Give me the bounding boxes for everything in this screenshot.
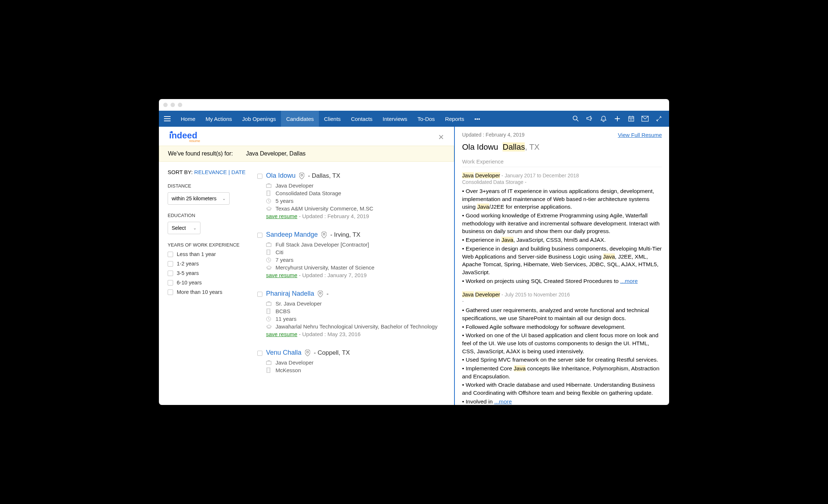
- svg-point-7: [301, 174, 303, 176]
- checkbox[interactable]: [168, 271, 173, 276]
- job-block: Java Developer - January 2017 to Decembe…: [462, 172, 662, 285]
- result-item[interactable]: Ola Idowu - Dallas, TXJava DeveloperCons…: [257, 168, 450, 227]
- result-item[interactable]: Phaniraj Nadella -Sr. Java DeveloperBCBS…: [257, 286, 450, 345]
- graduation-icon: [266, 206, 272, 211]
- result-checkbox[interactable]: [257, 174, 262, 179]
- more-link[interactable]: ...more: [494, 398, 512, 405]
- svg-point-11: [323, 233, 325, 235]
- save-resume-link[interactable]: save resume: [266, 272, 297, 278]
- nav-clients[interactable]: Clients: [319, 111, 346, 127]
- svg-point-5: [171, 131, 173, 133]
- education-value: Select: [172, 225, 186, 231]
- result-item[interactable]: Sandeep Mandge - Irving, TXFull Stack Ja…: [257, 227, 450, 286]
- nav-my-actions[interactable]: My Actions: [200, 111, 237, 127]
- result-updated: - Updated : May 23, 2016: [297, 331, 360, 337]
- view-full-resume[interactable]: View Full Resume: [618, 132, 662, 138]
- building-icon: [266, 249, 272, 255]
- results-list: Ola Idowu - Dallas, TXJava DeveloperCons…: [257, 165, 454, 405]
- save-resume-link[interactable]: save resume: [266, 331, 297, 337]
- experience-option[interactable]: Less than 1 year: [168, 251, 249, 257]
- mail-icon[interactable]: [641, 115, 649, 122]
- briefcase-icon: [266, 360, 272, 365]
- distance-value: within 25 kilometers: [172, 196, 216, 201]
- result-title: Full Stack Java Developer [Contractor]: [276, 241, 369, 248]
- indeed-logo: indeed resume: [169, 130, 206, 143]
- job-company: Consolidated Data Storage -: [462, 179, 662, 185]
- graduation-icon: [266, 265, 272, 270]
- sort-label: SORT BY:: [168, 169, 193, 175]
- result-checkbox[interactable]: [257, 233, 262, 238]
- result-name[interactable]: Ola Idowu: [266, 172, 296, 180]
- education-select[interactable]: Select ⌄: [168, 222, 200, 234]
- building-icon: [266, 367, 272, 373]
- experience-option[interactable]: More than 10 years: [168, 289, 249, 295]
- sort-relevance[interactable]: RELEVANCE: [194, 169, 227, 175]
- bullet: • Experience in design and building busi…: [462, 245, 662, 276]
- svg-text:resume: resume: [189, 139, 200, 143]
- window-dot[interactable]: [163, 103, 168, 107]
- nav-home[interactable]: Home: [176, 111, 200, 127]
- window-dot[interactable]: [171, 103, 175, 107]
- window-dot[interactable]: [178, 103, 182, 107]
- result-title: Java Developer: [276, 182, 313, 189]
- svg-rect-20: [266, 361, 271, 365]
- plus-icon[interactable]: [614, 115, 621, 122]
- nav-contacts[interactable]: Contacts: [346, 111, 378, 127]
- result-name[interactable]: Phaniraj Nadella: [266, 290, 314, 298]
- result-company: Consolidated Data Storage: [276, 190, 341, 196]
- experience-label: YEARS OF WORK EXPERIENCE: [168, 242, 249, 248]
- result-name[interactable]: Sandeep Mandge: [266, 231, 318, 239]
- nav-reports[interactable]: Reports: [440, 111, 469, 127]
- nav-job-openings[interactable]: Job Openings: [237, 111, 281, 127]
- result-checkbox[interactable]: [257, 351, 262, 356]
- briefcase-icon: [266, 301, 272, 306]
- option-label: 6-10 years: [177, 280, 202, 286]
- bullet: • Worked on one of the UI based applicat…: [462, 331, 662, 355]
- megaphone-icon[interactable]: [586, 115, 593, 122]
- bell-icon[interactable]: [600, 115, 607, 122]
- tools-icon[interactable]: [655, 115, 663, 122]
- nav-candidates[interactable]: Candidates: [281, 111, 319, 127]
- building-icon: [266, 308, 272, 314]
- distance-select[interactable]: within 25 kilometers ⌄: [168, 192, 230, 205]
- chevron-down-icon: ⌄: [222, 196, 226, 201]
- result-years: 11 years: [276, 316, 297, 322]
- nav-interviews[interactable]: Interviews: [378, 111, 413, 127]
- checkbox[interactable]: [168, 252, 173, 257]
- result-item[interactable]: Venu Challa - Coppell, TXJava DeveloperM…: [257, 345, 450, 383]
- briefcase-icon: [266, 183, 272, 188]
- distance-label: DISTANCE: [168, 183, 249, 189]
- bullet: • Worked on projects using SQL Created S…: [462, 277, 662, 285]
- checkbox[interactable]: [168, 280, 173, 286]
- result-title: Sr. Java Developer: [276, 300, 322, 307]
- search-icon[interactable]: [572, 115, 579, 122]
- filters-panel: SORT BY: RELEVANCE | DATE DISTANCE withi…: [159, 165, 257, 405]
- experience-option[interactable]: 1-2 years: [168, 261, 249, 267]
- result-checkbox[interactable]: [257, 292, 262, 297]
- option-label: 3-5 years: [177, 270, 199, 276]
- result-updated: - Updated : January 7, 2019: [297, 272, 367, 278]
- calendar-icon[interactable]: 31: [628, 115, 635, 122]
- close-icon[interactable]: ×: [438, 131, 444, 143]
- save-resume-link[interactable]: save resume: [266, 213, 297, 219]
- checkbox[interactable]: [168, 290, 173, 295]
- result-education: Texas A&M University Commerce, M.SC: [276, 205, 373, 212]
- nav-more[interactable]: •••: [469, 116, 485, 122]
- job-title: Java Developer - July 2015 to November 2…: [462, 291, 662, 298]
- experience-option[interactable]: 6-10 years: [168, 280, 249, 286]
- result-location: - Coppell, TX: [314, 349, 350, 357]
- svg-text:31: 31: [630, 118, 633, 121]
- checkbox[interactable]: [168, 261, 173, 267]
- nav-to-dos[interactable]: To-Dos: [413, 111, 440, 127]
- job-block: Java Developer - July 2015 to November 2…: [462, 291, 662, 405]
- section-work-experience: Work Experience: [462, 158, 662, 167]
- more-link[interactable]: ...more: [620, 278, 638, 284]
- experience-option[interactable]: 3-5 years: [168, 270, 249, 276]
- menu-icon[interactable]: [159, 116, 176, 121]
- bullet: • Over 3+years of IT experience in vario…: [462, 187, 662, 211]
- bullet: • Gathered user requirements, analyzed a…: [462, 306, 662, 322]
- sort-date[interactable]: DATE: [231, 169, 246, 175]
- result-updated: - Updated : February 4, 2019: [297, 213, 369, 219]
- results-bar: We've found result(s) for: Java Develope…: [159, 146, 454, 162]
- result-name[interactable]: Venu Challa: [266, 349, 301, 357]
